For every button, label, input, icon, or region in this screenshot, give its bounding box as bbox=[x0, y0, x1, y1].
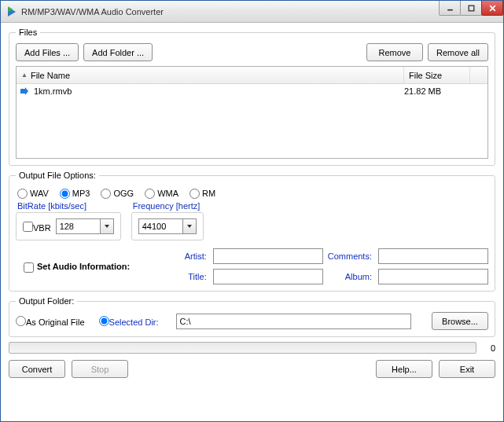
format-mp3[interactable]: MP3 bbox=[60, 188, 90, 198]
bottom-button-row: Convert Stop Help... Exit bbox=[9, 360, 495, 378]
column-header-name[interactable]: ▲ File Name bbox=[17, 67, 404, 83]
comments-label: Comments: bbox=[328, 251, 373, 261]
svg-marker-8 bbox=[187, 225, 192, 228]
format-ogg[interactable]: OGG bbox=[101, 188, 134, 198]
remove-button[interactable]: Remove bbox=[366, 43, 423, 61]
chevron-down-icon[interactable] bbox=[182, 218, 197, 234]
sort-asc-icon: ▲ bbox=[21, 72, 28, 79]
format-rm[interactable]: RM bbox=[189, 188, 215, 198]
column-header-size[interactable]: File Size bbox=[404, 67, 470, 83]
app-icon bbox=[6, 6, 18, 18]
as-original-radio[interactable]: As Original File bbox=[16, 315, 85, 327]
comments-input[interactable] bbox=[378, 248, 488, 264]
artist-label: Artist: bbox=[185, 251, 208, 261]
svg-marker-6 bbox=[20, 87, 28, 95]
arrow-right-icon bbox=[17, 86, 32, 96]
frequency-input[interactable] bbox=[138, 218, 182, 234]
minimize-button[interactable] bbox=[439, 1, 461, 16]
set-audio-info-checkbox[interactable]: Set Audio Information: bbox=[24, 262, 130, 272]
window-controls bbox=[440, 1, 503, 16]
bitrate-legend: BitRate [kbits/sec] bbox=[16, 201, 121, 211]
progress-row: 0 bbox=[9, 342, 495, 354]
bitrate-combo[interactable] bbox=[56, 218, 114, 235]
file-row[interactable]: 1km.rmvb 21.82 MB bbox=[17, 84, 487, 98]
title-label: Title: bbox=[185, 272, 208, 281]
progress-value: 0 bbox=[483, 343, 495, 353]
bitrate-group: BitRate [kbits/sec] VBR bbox=[16, 201, 121, 240]
selected-dir-radio[interactable]: Selected Dir: bbox=[99, 315, 159, 327]
frequency-group: Frequency [hertz] bbox=[131, 201, 204, 240]
format-radio-row: WAV MP3 OGG WMA RM bbox=[17, 188, 488, 198]
file-name-cell: 1km.rmvb bbox=[32, 86, 404, 96]
add-files-button[interactable]: Add Files ... bbox=[16, 43, 79, 61]
add-folder-button[interactable]: Add Folder ... bbox=[83, 43, 153, 61]
titlebar: RM/MP3/WAV/WMA Audio Converter bbox=[1, 1, 503, 23]
files-legend: Files bbox=[16, 28, 40, 37]
window-title: RM/MP3/WAV/WMA Audio Converter bbox=[21, 7, 164, 17]
chevron-down-icon[interactable] bbox=[100, 218, 114, 234]
remove-all-button[interactable]: Remove all bbox=[428, 43, 488, 61]
svg-marker-7 bbox=[105, 225, 109, 228]
frequency-legend: Frequency [hertz] bbox=[131, 201, 204, 211]
output-dir-input[interactable] bbox=[176, 314, 411, 329]
album-label: Album: bbox=[328, 272, 373, 281]
output-options-legend: Output File Options: bbox=[16, 171, 99, 180]
browse-button[interactable]: Browse... bbox=[432, 312, 488, 330]
convert-button[interactable]: Convert bbox=[9, 360, 65, 378]
file-list[interactable]: ▲ File Name File Size 1km.rmvb 21.82 MB bbox=[16, 66, 488, 159]
maximize-button[interactable] bbox=[460, 1, 482, 16]
svg-rect-3 bbox=[469, 6, 474, 11]
output-options-group: Output File Options: WAV MP3 OGG WMA RM … bbox=[9, 171, 495, 292]
exit-button[interactable]: Exit bbox=[439, 360, 495, 378]
progress-bar bbox=[9, 342, 476, 354]
frequency-combo[interactable] bbox=[138, 218, 197, 235]
files-group: Files Add Files ... Add Folder ... Remov… bbox=[9, 28, 495, 166]
vbr-checkbox[interactable]: VBR bbox=[23, 221, 51, 233]
close-button[interactable] bbox=[481, 1, 503, 16]
bitrate-input[interactable] bbox=[56, 218, 100, 234]
metadata-grid: Artist: Comments: Title: Album: bbox=[185, 248, 488, 284]
file-list-header: ▲ File Name File Size bbox=[17, 67, 487, 84]
format-wav[interactable]: WAV bbox=[17, 188, 49, 198]
artist-input[interactable] bbox=[213, 248, 323, 264]
album-input[interactable] bbox=[378, 269, 488, 284]
column-header-pad bbox=[470, 67, 487, 83]
file-size-cell: 21.82 MB bbox=[404, 86, 470, 96]
help-button[interactable]: Help... bbox=[376, 360, 432, 378]
output-folder-group: Output Folder: As Original File Selected… bbox=[9, 296, 495, 337]
stop-button[interactable]: Stop bbox=[72, 360, 128, 378]
output-folder-legend: Output Folder: bbox=[16, 296, 77, 306]
title-input[interactable] bbox=[213, 269, 323, 284]
format-wma[interactable]: WMA bbox=[145, 188, 178, 198]
